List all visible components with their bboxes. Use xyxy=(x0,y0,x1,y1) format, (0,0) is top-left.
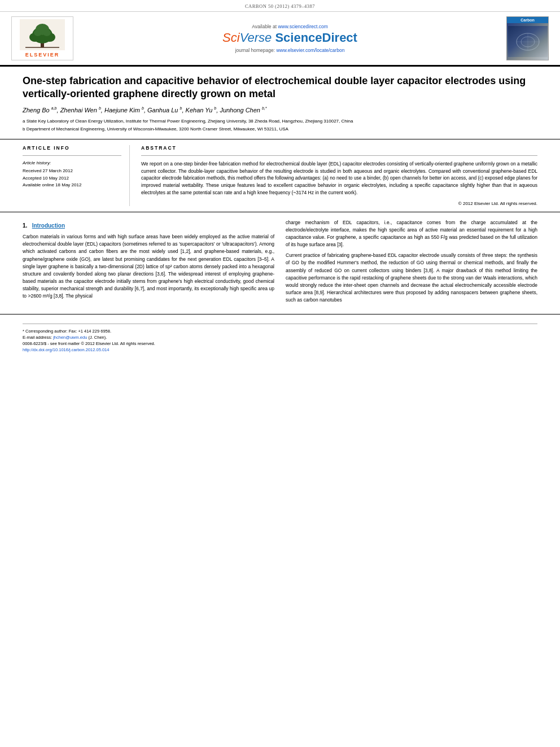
journal-homepage: journal homepage: www.elsevier.com/locat… xyxy=(235,47,345,53)
elsevier-logo: ELSEVIER xyxy=(11,16,73,60)
section-label: Introduction xyxy=(32,222,65,229)
verse-label: Verse xyxy=(240,30,275,45)
copyright-line: © 2012 Elsevier Ltd. All rights reserved… xyxy=(141,201,537,206)
sci-label: Sci xyxy=(222,30,240,45)
abstract-col: ABSTRACT We report on a one-step binder-… xyxy=(141,145,537,206)
intro-para-3: Current practice of fabricating graphene… xyxy=(286,252,537,304)
available-at: Available at www.sciencedirect.com xyxy=(252,24,328,29)
carbon-cover: Carbon xyxy=(506,16,549,60)
authors-line: Zheng Bo a,b, Zhenhai Wen b, Haejune Kim… xyxy=(23,107,537,114)
page: CARBON 50 (2012) 4379–4387 ELSEVIER xyxy=(0,0,560,747)
elsevier-tree-svg xyxy=(20,19,65,50)
journal-header: ELSEVIER Available at www.sciencedirect.… xyxy=(0,12,560,67)
intro-para-2: charge mechanism of EDL capacitors, i.e.… xyxy=(286,219,537,249)
accepted-date: Accepted 10 May 2012 xyxy=(23,175,121,182)
article-info-col: ARTICLE INFO Article history: Received 2… xyxy=(23,145,130,206)
body-col-right: charge mechanism of EDL capacitors, i.e.… xyxy=(286,219,537,308)
homepage-label: journal homepage: xyxy=(235,47,275,53)
email-link[interactable]: jhchen@uwm.edu xyxy=(53,335,87,340)
carbon-cover-image xyxy=(507,23,548,60)
authors-text: Zheng Bo a,b, Zhenhai Wen b, Haejune Kim… xyxy=(23,107,267,113)
issn-line: 0008-6223/$ - see front matter © 2012 El… xyxy=(23,341,537,346)
svg-point-7 xyxy=(43,29,51,36)
email-line: E-mail address: jhchen@uwm.edu (J. Chen)… xyxy=(23,335,537,340)
section-number: 1. xyxy=(23,222,27,229)
main-body: 1. Introduction Carbon materials in vari… xyxy=(0,212,560,314)
article-header: One-step fabrication and capacitive beha… xyxy=(0,67,560,139)
journal-center: Available at www.sciencedirect.com SciVe… xyxy=(73,16,506,60)
available-online-date: Available online 18 May 2012 xyxy=(23,182,121,189)
sd-label: ScienceDirect xyxy=(275,30,357,45)
svg-point-6 xyxy=(34,29,42,36)
email-name: (J. Chen). xyxy=(88,335,107,340)
article-info-heading: ARTICLE INFO xyxy=(23,145,121,151)
info-abstract-section: ARTICLE INFO Article history: Received 2… xyxy=(0,139,560,212)
body-col-left: 1. Introduction Carbon materials in vari… xyxy=(23,219,274,308)
history-label: Article history: xyxy=(23,160,121,165)
doi-link[interactable]: http://dx.doi.org/10.1016/j.carbon.2012.… xyxy=(23,347,109,352)
citation-text: CARBON 50 (2012) 4379–4387 xyxy=(245,3,315,9)
received-date: Received 27 March 2012 xyxy=(23,168,121,175)
email-label: E-mail address: xyxy=(23,335,53,340)
intro-section-title: 1. Introduction xyxy=(23,221,274,230)
elsevier-label: ELSEVIER xyxy=(25,52,60,58)
abstract-heading: ABSTRACT xyxy=(141,145,537,151)
article-title: One-step fabrication and capacitive beha… xyxy=(23,75,537,101)
sciencedirect-link[interactable]: www.sciencedirect.com xyxy=(278,24,327,29)
affiliation-a: a State Key Laboratory of Clean Energy U… xyxy=(23,118,537,124)
homepage-link[interactable]: www.elsevier.com/locate/carbon xyxy=(276,47,344,53)
affiliation-b: b Department of Mechanical Engineering, … xyxy=(23,126,537,132)
abstract-text: We report on a one-step binder-free fabr… xyxy=(141,160,537,196)
doi-line: http://dx.doi.org/10.1016/j.carbon.2012.… xyxy=(23,347,537,352)
carbon-cover-title: Carbon xyxy=(507,17,548,23)
page-footer: * Corresponding author: Fax: +1 414 229 … xyxy=(0,314,560,357)
journal-citation: CARBON 50 (2012) 4379–4387 xyxy=(0,0,560,12)
intro-para-1: Carbon materials in various forms and wi… xyxy=(23,233,274,300)
corresponding-author: * Corresponding author: Fax: +1 414 229 … xyxy=(23,329,537,334)
available-at-label: Available at xyxy=(252,24,277,29)
brand-title: SciVerse ScienceDirect xyxy=(222,30,357,45)
affiliations: a State Key Laboratory of Clean Energy U… xyxy=(23,118,537,132)
